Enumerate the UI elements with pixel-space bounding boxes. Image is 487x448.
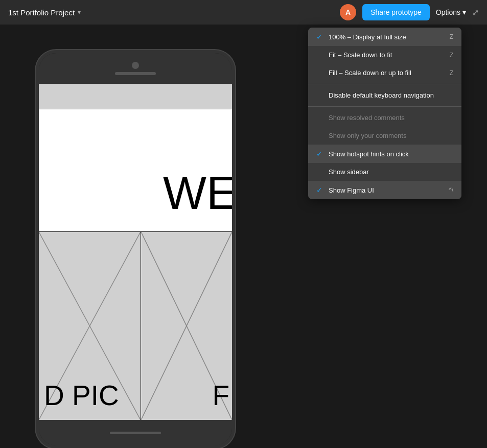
menu-item-your-comments: Show only your comments [308,127,461,145]
menu-item-left-figma-ui: ✓Show Figma UI [316,186,374,194]
screen-right-text: F [212,382,229,410]
phone-bottom-bar [39,420,232,445]
menu-shortcut: Z [450,69,453,77]
phone-screen[interactable]: WE D PIC F [39,84,232,420]
menu-item-label: 100% – Display at full size [329,33,406,41]
menu-shortcut: Z [450,33,453,40]
menu-item-left-fill: Fill – Scale down or up to fill [316,69,411,77]
phone-top-bar [39,53,232,84]
menu-item-fill[interactable]: Fill – Scale down or up to fillZ [308,64,461,82]
screen-header [39,84,232,109]
menu-item-figma-ui[interactable]: ✓Show Figma UI^\ [308,181,461,199]
menu-item-resolved: Show resolved comments [308,109,461,127]
screen-bottom-section: D PIC F [39,232,232,420]
avatar: A [340,4,356,20]
menu-item-left-fit: Fit – Scale down to fit [316,51,392,59]
project-title: 1st Portfolio Project [8,8,75,17]
screen-text-we: WE [163,170,232,216]
options-dropdown: ✓100% – Display at full sizeZFit – Scale… [308,28,461,199]
menu-item-left-resolved: Show resolved comments [316,114,405,122]
menu-item-left-keyboard: Disable default keyboard navigation [316,91,434,99]
menu-item-label: Show hotspot hints on click [329,150,409,158]
phone-home-indicator [110,432,161,434]
options-button[interactable]: Options ▾ [436,8,466,16]
menu-item-left-hotspot: ✓Show hotspot hints on click [316,150,409,158]
menu-shortcut: Z [450,52,453,59]
menu-item-left-your-comments: Show only your comments [316,132,406,139]
topbar-left: 1st Portfolio Project ▾ [8,8,81,17]
menu-item-label: Show resolved comments [329,114,405,122]
phone-mockup: WE D PIC F [36,50,235,448]
expand-icon[interactable]: ⤢ [472,8,479,17]
menu-divider [308,106,461,107]
menu-item-label: Show only your comments [329,132,406,139]
menu-item-label: Fit – Scale down to fit [329,51,392,59]
screen-content: WE D PIC F [39,109,232,420]
topbar: 1st Portfolio Project ▾ A Share prototyp… [0,0,487,25]
menu-item-left-full-size: ✓100% – Display at full size [316,33,406,41]
screen-right-panel: F [141,232,232,420]
menu-divider [308,84,461,84]
checkmark-icon: ✓ [316,33,324,41]
topbar-right: A Share prototype Options ▾ ⤢ [340,4,479,20]
chevron-down-icon[interactable]: ▾ [78,9,81,16]
screen-left-text: D PIC [44,382,119,410]
menu-item-sidebar[interactable]: Show sidebar [308,163,461,181]
menu-item-full-size[interactable]: ✓100% – Display at full sizeZ [308,28,461,46]
menu-item-label: Fill – Scale down or up to fill [329,69,411,77]
menu-item-fit[interactable]: Fit – Scale down to fitZ [308,46,461,64]
screen-top-section: WE [39,109,232,232]
phone-speaker [115,72,156,75]
menu-item-label: Show sidebar [329,168,369,176]
screen-left-panel: D PIC [39,232,141,420]
phone-camera [132,62,139,69]
menu-shortcut: ^\ [449,186,453,194]
menu-item-left-sidebar: Show sidebar [316,168,369,176]
checkmark-icon: ✓ [316,186,324,194]
share-prototype-button[interactable]: Share prototype [362,4,430,20]
menu-item-label: Disable default keyboard navigation [329,91,434,99]
checkmark-icon: ✓ [316,150,324,158]
menu-item-hotspot[interactable]: ✓Show hotspot hints on click [308,145,461,163]
menu-item-label: Show Figma UI [329,186,374,194]
menu-item-keyboard[interactable]: Disable default keyboard navigation [308,86,461,104]
